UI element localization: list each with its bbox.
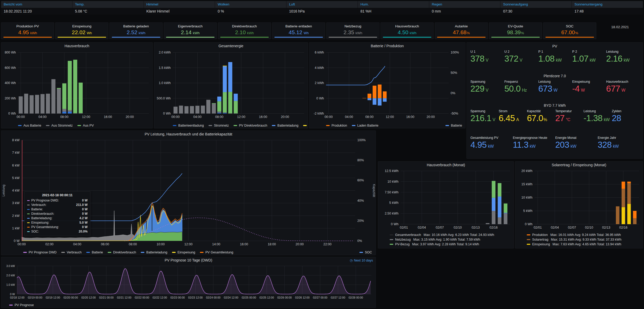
svg-text:10:00: 10:00 bbox=[157, 242, 165, 246]
device-stat-label: Energie Monat bbox=[555, 136, 598, 140]
legend-item-batterieentladung[interactable]: Batterieentladung bbox=[173, 124, 204, 127]
series-swatch bbox=[27, 205, 30, 205]
stat-label: Batterie geladen bbox=[110, 24, 162, 28]
legend-item-pv-direktverbrauch[interactable]: PV Direktverbrauch bbox=[234, 124, 267, 127]
section-row-2: Spannung216.1VStrom6.45AKapazität67.0%Te… bbox=[470, 109, 640, 123]
legend-item-aus-stromnetz[interactable]: Aus Stromnetz bbox=[46, 124, 73, 127]
svg-text:6 kW: 6 kW bbox=[12, 164, 20, 167]
device-stat-value: 67.0% bbox=[527, 113, 555, 123]
legend-item-direktverbrauch[interactable]: Direktverbrauch bbox=[108, 251, 136, 254]
device-stat-unit: V bbox=[486, 58, 488, 62]
legend-item-batterie[interactable]: Batterie bbox=[86, 251, 103, 254]
device-stat-value: 677W bbox=[606, 84, 640, 94]
panel-title[interactable]: Hausverbrauch bbox=[1, 43, 152, 49]
stat-unit: % bbox=[575, 31, 578, 35]
legend-row-netzbezug[interactable]: NetzbezugMax: 3.15 kWh Avg: 1.90 kWh Tot… bbox=[390, 237, 512, 242]
series-swatch bbox=[527, 244, 530, 245]
tooltip-series-label: SOC: bbox=[31, 229, 39, 234]
weather-header-luft: Luft bbox=[286, 1, 358, 8]
device-stat-unit: kW bbox=[604, 117, 610, 122]
svg-text:0 Wh: 0 Wh bbox=[163, 112, 171, 115]
svg-text:20 kWh: 20 kWh bbox=[522, 169, 532, 173]
device-stat-spannung: Spannung229V bbox=[470, 80, 504, 94]
stat-ev-quote: EV-Quote98.39% bbox=[489, 22, 542, 39]
chart-solarertrag-monat[interactable]: 02/0102/0402/0702/1002/1302/160 Wh5 kWh1… bbox=[515, 168, 643, 231]
legend-row-einspeisung[interactable]: EinspeisungMax: 7.63 kWh Avg: 4.65 kWh T… bbox=[527, 242, 641, 247]
svg-text:02/19 00:00: 02/19 00:00 bbox=[28, 296, 42, 299]
chart-pv-prognose[interactable]: 02/18 12:0002/19 00:0002/19 12:0002/20 0… bbox=[1, 263, 376, 301]
legend-item-batterieladung[interactable]: Batterieladung bbox=[272, 124, 298, 127]
device-stat-value: 673W bbox=[538, 84, 572, 94]
weather-value-sonnenaufgang: 07:30 bbox=[500, 8, 572, 15]
panel-title[interactable]: PV Prognose 10 Tage (DWD) bbox=[1, 257, 376, 263]
chart-gesamtenergie[interactable]: 00:0004:0008:0012:0016:0020:000 Wh500.0 … bbox=[154, 50, 308, 120]
legend-row-produktion[interactable]: ProduktionMax: 16.01 kWh Avg: 9.24 kWh T… bbox=[527, 233, 641, 237]
stat-unit: kWh bbox=[247, 31, 254, 35]
chart-legend-table: ProduktionMax: 16.01 kWh Avg: 9.24 kWh T… bbox=[527, 233, 641, 247]
svg-text:2.0 kW: 2.0 kW bbox=[6, 274, 15, 277]
svg-text:02:00: 02:00 bbox=[45, 242, 53, 246]
device-stat-unit: V bbox=[486, 88, 488, 92]
device-stat-value: 378V bbox=[470, 54, 504, 64]
legend-series-stats: Max: 15.31 kWh Avg: 9.33 kWh Total: 37.3… bbox=[551, 238, 622, 241]
svg-text:04:00: 04:00 bbox=[193, 115, 201, 119]
svg-text:12.5 kWh: 12.5 kWh bbox=[385, 169, 398, 173]
legend-item-produktion[interactable]: Produktion bbox=[326, 124, 347, 127]
legend-item-pv-gesamtleistung[interactable]: PV Gesamtleistung bbox=[200, 251, 233, 254]
device-stat-temperatur: Temperatur27°C bbox=[555, 109, 584, 123]
svg-text:16:00: 16:00 bbox=[104, 115, 112, 119]
chart-legend: ProduktionLaden BatterieBatterie bbox=[309, 124, 465, 127]
legend-item-batterie[interactable]: Batterie bbox=[445, 124, 462, 127]
legend-item-pv-prognose[interactable]: PV Prognose bbox=[9, 303, 34, 307]
stat-eigenverbrauch: Eigenverbrauch2.14kWh bbox=[164, 22, 217, 39]
panel-title[interactable]: Gesamtenergie bbox=[154, 43, 308, 49]
chart-hausverbrauch-monat[interactable]: 02/0102/0402/0702/1002/1302/160 Wh2.50 k… bbox=[378, 168, 514, 231]
stat-label: Batterie entladen bbox=[272, 24, 325, 28]
legend-item-batterieladung[interactable]: Batterieladung bbox=[141, 251, 167, 254]
legend-row-gesamtverbrauch[interactable]: GesamtverbrauchMax: 10.16 kWh Avg: 6.23 … bbox=[390, 233, 512, 237]
legend-item-stromnetz[interactable]: Stromnetz bbox=[208, 124, 229, 127]
svg-text:12:00: 12:00 bbox=[386, 115, 394, 119]
legend-item-pv-prognose-dwd[interactable]: PV Prognose DWD bbox=[23, 251, 57, 254]
legend-item-aus-batterie[interactable]: Aus Batterie bbox=[18, 124, 41, 127]
legend-row-pv-bezug[interactable]: PV-BezugMax: 3.97 kWh Avg: 2.28 kWh Tota… bbox=[390, 242, 512, 247]
legend-item-einspeisung[interactable]: Einspeisung bbox=[303, 124, 308, 127]
panel-title[interactable]: Hausverbrauch (Monat) bbox=[378, 162, 514, 168]
panel-title[interactable]: Solarertrag / Einspeisung (Monat) bbox=[515, 162, 643, 168]
section-title-plenticore-7-0: Plenticore 7.0 bbox=[467, 74, 643, 78]
section-title-byd-7-7-kwh: BYD 7.7 kWh bbox=[467, 103, 643, 108]
stat-label: Produktion PV bbox=[1, 24, 54, 28]
legend-item-einspeisung[interactable]: Einspeisung bbox=[172, 251, 195, 254]
device-stat-frequenz: Frequenz50.0Hz bbox=[504, 80, 538, 94]
svg-text:16:00: 16:00 bbox=[259, 115, 267, 119]
legend-series-name: Solarertrag bbox=[532, 238, 548, 241]
tooltip-series-value: 0 W bbox=[82, 225, 88, 229]
chart-batterie-produktion[interactable]: 00:0004:0008:0012:0016:0020:00-2 kWh0 Wh… bbox=[309, 50, 465, 120]
legend-label: Einspeisung bbox=[177, 251, 195, 254]
legend-series-name: Gesamtverbrauch bbox=[395, 233, 421, 237]
svg-text:04:00: 04:00 bbox=[345, 115, 353, 119]
svg-text:40%: 40% bbox=[357, 199, 364, 203]
device-stat-label: Frequenz bbox=[504, 80, 538, 84]
device-stat-label: U 2 bbox=[504, 50, 538, 54]
legend-item-laden-batterie[interactable]: Laden Batterie bbox=[352, 124, 378, 127]
panel-hausverbrauch-monat: Hausverbrauch (Monat) 02/0102/0402/0702/… bbox=[378, 161, 514, 248]
legend-label: Aus Batterie bbox=[23, 124, 41, 127]
panel-title[interactable]: PV Leistung, Hausverbrauch und die Batte… bbox=[1, 131, 376, 138]
legend-label: Produktion bbox=[332, 124, 347, 127]
tooltip-series-value: 0 W bbox=[82, 212, 88, 216]
next-10-days-link[interactable]: ◷ Next 10 days bbox=[350, 258, 373, 262]
legend-item-aus-pv[interactable]: Aus PV bbox=[77, 124, 94, 127]
panel-title[interactable]: Batterie / Produktion bbox=[309, 43, 465, 49]
legend-item-verbrauch[interactable]: Verbrauch bbox=[61, 251, 82, 254]
device-stat-label: U 1 bbox=[470, 50, 504, 54]
legend-item-soc[interactable]: SOC bbox=[359, 251, 372, 254]
chart-hausverbrauch-tag[interactable]: 00:0004:0008:0012:0016:0020:000 Wh200 Wh… bbox=[1, 50, 152, 120]
svg-text:02/21 12:00: 02/21 12:00 bbox=[117, 296, 132, 299]
legend-label: PV Prognose bbox=[15, 303, 34, 307]
series-swatch bbox=[27, 218, 30, 219]
svg-text:02/28 00:00: 02/28 00:00 bbox=[348, 296, 363, 299]
device-stat-unit: kW bbox=[488, 144, 494, 148]
legend-row-solarertrag[interactable]: SolarertragMax: 15.31 kWh Avg: 9.33 kWh … bbox=[527, 237, 641, 242]
device-stat-label: Spannung bbox=[470, 80, 504, 84]
